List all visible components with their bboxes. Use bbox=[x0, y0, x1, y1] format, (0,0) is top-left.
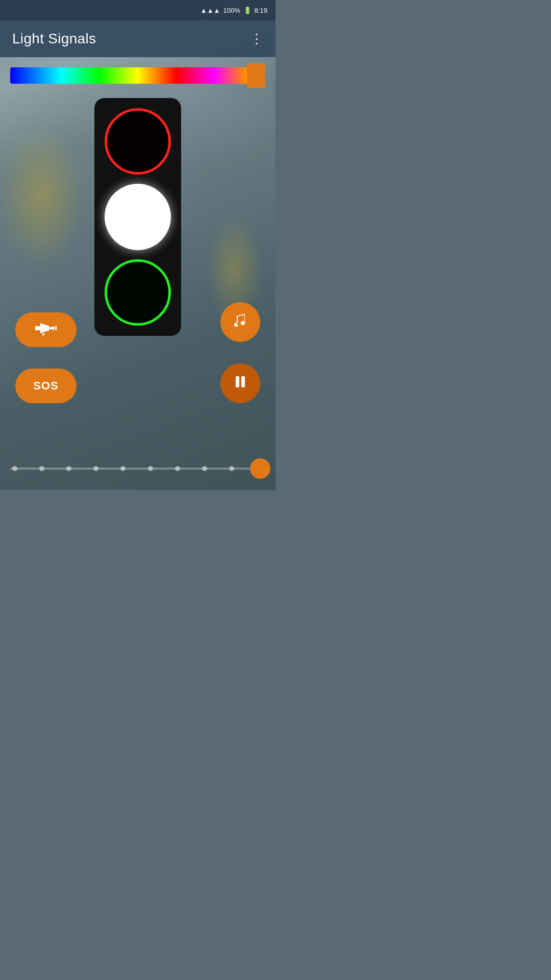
svg-rect-4 bbox=[53, 326, 54, 330]
music-button[interactable] bbox=[220, 302, 260, 342]
color-slider-container bbox=[10, 67, 265, 84]
svg-rect-3 bbox=[42, 333, 44, 335]
traffic-light-red[interactable] bbox=[105, 108, 171, 175]
traffic-light-green[interactable] bbox=[105, 259, 171, 326]
content-area: SOS bbox=[0, 57, 276, 490]
svg-rect-0 bbox=[35, 326, 40, 330]
app-bar: Light Signals ⋮ bbox=[0, 20, 276, 57]
pause-icon bbox=[232, 374, 248, 394]
dot-8[interactable] bbox=[229, 466, 234, 471]
megaphone-button[interactable] bbox=[15, 312, 77, 347]
page-indicator-thumb[interactable] bbox=[250, 458, 270, 479]
dot-1[interactable] bbox=[39, 466, 44, 471]
status-bar: ▲▲▲ 100% 🔋 8:19 bbox=[0, 0, 276, 20]
color-slider-thumb[interactable] bbox=[247, 63, 265, 88]
megaphone-icon bbox=[35, 321, 57, 339]
svg-rect-5 bbox=[55, 326, 57, 330]
more-options-icon[interactable]: ⋮ bbox=[250, 32, 263, 45]
svg-marker-1 bbox=[40, 323, 49, 333]
battery-icon: 🔋 bbox=[243, 7, 252, 14]
pause-button[interactable] bbox=[220, 363, 260, 403]
clock: 8:19 bbox=[255, 7, 267, 14]
traffic-light-wrapper bbox=[94, 98, 181, 336]
sos-label: SOS bbox=[33, 379, 58, 393]
signal-strength: ▲▲▲ bbox=[201, 7, 220, 14]
sos-button[interactable]: SOS bbox=[15, 369, 77, 403]
page-indicator-track bbox=[10, 468, 265, 470]
music-icon bbox=[231, 311, 249, 333]
dot-9-active[interactable] bbox=[256, 465, 263, 472]
battery-percent: 100% bbox=[223, 7, 240, 14]
dot-0[interactable] bbox=[12, 466, 17, 471]
traffic-light bbox=[94, 98, 181, 336]
svg-rect-7 bbox=[241, 376, 245, 387]
dot-7[interactable] bbox=[202, 466, 207, 471]
color-slider-track[interactable] bbox=[10, 67, 265, 84]
dot-6[interactable] bbox=[175, 466, 180, 471]
traffic-light-middle[interactable] bbox=[105, 184, 171, 250]
bottom-page-indicator[interactable] bbox=[10, 468, 265, 470]
dot-2[interactable] bbox=[66, 466, 71, 471]
dot-3[interactable] bbox=[93, 466, 98, 471]
dot-5[interactable] bbox=[148, 466, 153, 471]
dot-4[interactable] bbox=[120, 466, 126, 471]
app-title: Light Signals bbox=[12, 31, 96, 47]
svg-rect-6 bbox=[236, 376, 239, 387]
